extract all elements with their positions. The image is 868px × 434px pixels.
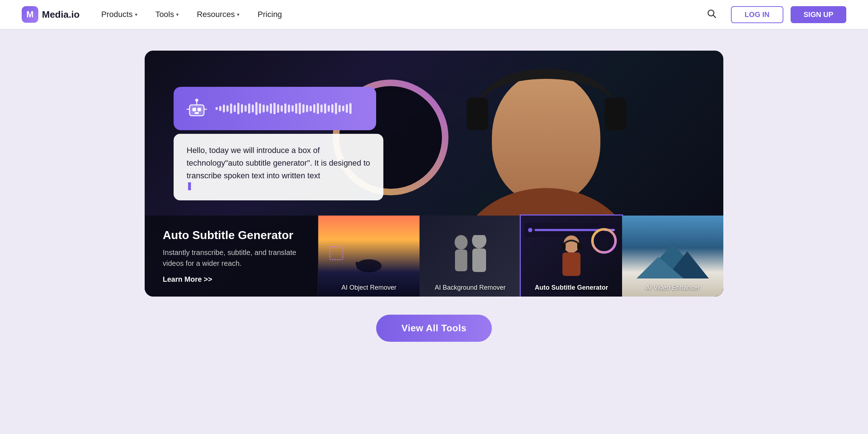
waveform-bar xyxy=(237,103,239,114)
svg-rect-15 xyxy=(472,248,486,272)
chevron-down-icon: ▾ xyxy=(135,12,137,17)
waveform-bar xyxy=(223,105,225,112)
svg-rect-18 xyxy=(561,243,566,250)
svg-point-20 xyxy=(592,229,616,252)
waveform-bar xyxy=(346,104,348,113)
waveform-bar xyxy=(234,105,236,112)
svg-rect-3 xyxy=(192,108,196,111)
waveform-bar xyxy=(331,104,333,113)
svg-point-10 xyxy=(356,259,382,272)
thumbnail-active-label: Auto Subtitle Generator xyxy=(521,284,622,292)
svg-point-7 xyxy=(195,99,198,102)
feature-description: Instantly transcribe, subtitle, and tran… xyxy=(163,247,300,269)
removal-indicator xyxy=(329,246,344,260)
waveform-bar xyxy=(320,105,323,112)
waveform-bar xyxy=(317,103,319,114)
waveform-bar xyxy=(310,106,312,111)
svg-rect-4 xyxy=(197,108,201,111)
logo-text: Media.io xyxy=(42,9,80,20)
thumbnail-ai-object-remover[interactable]: AI Object Remover xyxy=(318,216,420,297)
headphones-decoration xyxy=(477,69,615,148)
ring-thumbnail xyxy=(590,226,618,255)
waveform-bar xyxy=(230,103,232,114)
waveform-bar xyxy=(284,103,286,114)
svg-rect-2 xyxy=(190,105,204,116)
nav-products[interactable]: Products ▾ xyxy=(101,10,137,19)
waveform-bar xyxy=(216,107,218,110)
logo-icon: M xyxy=(22,6,38,23)
waveform-bar xyxy=(244,105,247,112)
tool-thumbnails: AI Object Remover AI Background Remover xyxy=(318,216,723,297)
bottom-panel: Auto Subtitle Generator Instantly transc… xyxy=(145,216,723,297)
waveform-bar xyxy=(273,103,276,114)
svg-point-16 xyxy=(563,235,579,253)
feature-info: Auto Subtitle Generator Instantly transc… xyxy=(145,216,318,297)
navbar: M Media.io Products ▾ Tools ▾ Resources … xyxy=(0,0,868,29)
nav-resources[interactable]: Resources ▾ xyxy=(197,10,239,19)
logo[interactable]: M Media.io xyxy=(22,6,80,23)
waveform-bar xyxy=(252,105,254,112)
thumbnail-label: AI Object Remover xyxy=(318,284,420,292)
waveform-bar xyxy=(259,103,261,114)
thumbnail-ai-background-remover[interactable]: AI Background Remover xyxy=(420,216,521,297)
waveform-bar xyxy=(226,105,229,112)
view-all-section: View All Tools xyxy=(376,315,492,342)
thumbnail-ai-video-enhancer[interactable]: AI Video Enhancer xyxy=(622,216,723,297)
subtitle-text-overlay: Hello, today we will introduce a box of … xyxy=(174,134,383,200)
robot-icon xyxy=(185,97,208,120)
hero-card: Hello, today we will introduce a box of … xyxy=(145,51,723,297)
nav-tools[interactable]: Tools ▾ xyxy=(156,10,179,19)
waveform-bar xyxy=(292,105,294,112)
text-cursor xyxy=(188,182,191,190)
waveform-bar xyxy=(324,103,326,114)
waveform-bar xyxy=(349,103,352,114)
search-icon[interactable] xyxy=(706,8,716,21)
svg-point-14 xyxy=(472,235,486,248)
nav-pricing[interactable]: Pricing xyxy=(258,10,282,19)
login-button[interactable]: LOG IN xyxy=(731,6,783,23)
svg-point-12 xyxy=(455,235,468,250)
svg-rect-13 xyxy=(455,250,467,271)
view-all-tools-button[interactable]: View All Tools xyxy=(376,315,492,342)
learn-more-link[interactable]: Learn More >> xyxy=(163,275,300,284)
waveform-bar xyxy=(335,103,337,114)
waveform-bar xyxy=(219,106,221,111)
waveform-bar xyxy=(263,105,265,112)
chevron-down-icon: ▾ xyxy=(237,12,239,17)
mini-dot xyxy=(528,228,532,232)
waveform-bar xyxy=(295,103,297,114)
svg-line-1 xyxy=(713,15,715,17)
audio-waveform xyxy=(216,100,365,117)
svg-rect-5 xyxy=(195,112,199,114)
thumbnail-label: AI Video Enhancer xyxy=(622,284,723,292)
waveform-bar xyxy=(277,104,279,113)
waveform-bar xyxy=(288,105,290,112)
waveform-bar xyxy=(339,105,341,112)
whale-icon xyxy=(353,253,385,275)
svg-rect-11 xyxy=(330,247,343,260)
waveform-bar xyxy=(306,105,308,112)
svg-rect-17 xyxy=(562,252,580,276)
person-thumbnail xyxy=(550,235,593,278)
waveform-bar xyxy=(255,102,258,115)
waveform-bar xyxy=(281,105,283,112)
waveform-bar xyxy=(241,104,243,113)
thumbnail-auto-subtitle[interactable]: Auto Subtitle Generator xyxy=(521,216,622,297)
signup-button[interactable]: SIGN UP xyxy=(791,6,846,23)
waveform-bar xyxy=(248,103,250,114)
subtitle-text: Hello, today we will introduce a box of … xyxy=(187,144,370,182)
headphone-right xyxy=(605,98,626,130)
headphone-left xyxy=(467,98,488,130)
waveform-bar xyxy=(266,105,268,112)
waveform-bar xyxy=(302,104,305,113)
thumbnail-label: AI Background Remover xyxy=(420,284,521,292)
waveform-bar xyxy=(270,103,272,114)
svg-rect-19 xyxy=(577,243,582,250)
chevron-down-icon: ▾ xyxy=(176,12,179,17)
subtitle-waveform-box xyxy=(174,87,376,130)
mountain-silhouette xyxy=(637,242,709,278)
feature-title: Auto Subtitle Generator xyxy=(163,229,300,242)
waveform-bar xyxy=(328,105,330,112)
waveform-bar xyxy=(299,103,301,114)
waveform-bar xyxy=(313,104,315,113)
